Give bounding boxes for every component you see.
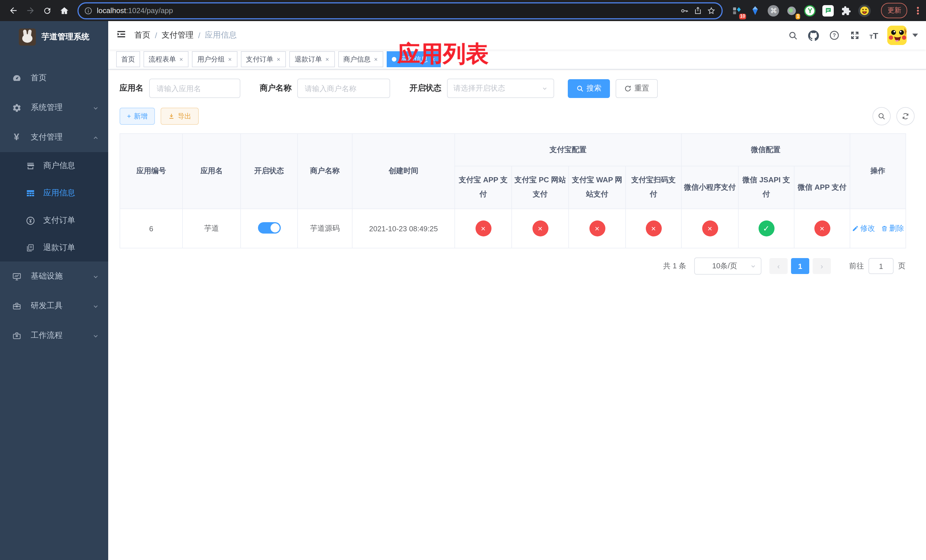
navbar: 首页 / 支付管理 / 应用信息 ? [108,21,926,50]
user-avatar[interactable] [887,26,906,45]
close-icon[interactable]: × [325,56,330,63]
tasks-extension-icon[interactable]: 10 [731,4,743,17]
chevron-down-icon [542,85,548,91]
pagination: 共 1 条 10条/页 ‹ 1 › 前往 页 [120,257,905,275]
browser-reload-button[interactable] [40,3,54,18]
delete-link[interactable]: 删除 [881,223,904,233]
breadcrumb-payment[interactable]: 支付管理 [162,30,194,41]
page-size-select[interactable]: 10条/页 [694,257,761,275]
browser-update-button[interactable]: 更新 [881,3,908,18]
browser-menu-icon[interactable]: ••• [917,6,919,15]
next-page-button[interactable]: › [813,258,831,274]
fullscreen-icon[interactable] [849,30,860,41]
browser-back-button[interactable] [6,3,21,18]
status-toggle[interactable] [258,222,280,233]
sidebar-item-workflow[interactable]: 工作流程 [0,321,108,350]
app-name-input[interactable] [149,79,240,98]
goto-label: 前往 [849,261,864,271]
sidebar-logo-row[interactable]: 芋道管理系统 [0,21,108,53]
goto-page-input[interactable] [869,258,894,274]
y-extension-icon[interactable]: Y [804,4,816,17]
chat-extension-icon[interactable] [822,4,835,17]
browser-toolbar: localhost:1024/pay/app 10 ⌘ [0,0,926,21]
page-content: 应用名 商户名称 开启状态 请选择开启状态 搜索 [108,70,926,560]
github-icon[interactable] [808,30,819,41]
total-count: 共 1 条 [663,261,686,271]
tab-pay-order[interactable]: 支付订单× [241,51,286,67]
reset-button[interactable]: 重置 [616,79,658,98]
header-search-icon[interactable] [787,30,799,41]
refresh-table-button[interactable] [896,107,915,125]
command-extension-icon[interactable]: ⌘ [767,4,780,17]
search-icon [576,85,584,92]
page-number-1[interactable]: 1 [791,258,809,274]
gem-extension-icon[interactable] [749,4,762,17]
col-header-status: 开启状态 [241,133,298,209]
yen-circle-icon [25,215,35,226]
page-unit-label: 页 [898,261,905,271]
browser-forward-button[interactable] [23,3,38,18]
group-header-wechat: 微信配置 [681,133,850,166]
tab-merchant-info[interactable]: 商户信息× [338,51,384,67]
tab-refund-order[interactable]: 退款订单× [290,51,335,67]
edit-pencil-icon [852,225,858,232]
tab-app-info[interactable]: 应用信息× [387,51,440,67]
cell-merchant: 芋道源码 [298,209,352,248]
sidebar-item-pay-order[interactable]: 支付订单 [0,207,108,234]
close-icon[interactable]: × [227,56,232,63]
sidebar-item-system[interactable]: 系统管理 [0,93,108,123]
close-icon[interactable]: × [431,56,436,63]
chevron-down-icon [92,332,99,339]
tab-home[interactable]: 首页 [116,51,140,67]
avatar-caret-down-icon[interactable] [912,33,918,37]
col-header-wechat-mini: 微信小程序支付 [681,166,738,209]
bookmark-star-icon[interactable] [707,6,716,15]
site-info-icon[interactable] [84,6,92,15]
sidebar-item-home[interactable]: 首页 [0,63,108,93]
channel-status-icon: × [646,221,661,236]
sidebar-item-merchant-info[interactable]: 商户信息 [0,152,108,179]
extension-badge: 10 [739,14,746,19]
close-icon[interactable]: × [374,56,378,63]
address-bar[interactable]: localhost:1024/pay/app [77,2,723,19]
edit-link[interactable]: 修改 [852,223,875,233]
show-search-button[interactable] [873,107,891,125]
refresh-icon [902,112,909,120]
sidebar-item-dev-tools[interactable]: 研发工具 [0,291,108,321]
filter-form: 应用名 商户名称 开启状态 请选择开启状态 搜索 [120,79,915,98]
col-header-app-id: 应用编号 [120,133,183,209]
profile-avatar-icon[interactable] [858,4,871,17]
close-icon[interactable]: × [179,56,184,63]
tab-user-group[interactable]: 用户分组× [192,51,238,67]
plus-icon: + [127,112,131,120]
extensions-puzzle-icon[interactable] [840,4,853,17]
app-table: 应用编号 应用名 开启状态 商户名称 创建时间 支付宝配置 微信配置 操作 支付… [120,133,906,248]
col-header-merchant: 商户名称 [298,133,352,209]
table-row: 6 芋道 芋道源码 2021-10-23 08:49:25 × × × × × … [120,209,906,248]
app-logo [19,29,36,45]
cell-app-id: 6 [120,209,183,248]
tab-process-form[interactable]: 流程表单× [144,51,189,67]
close-icon[interactable]: × [276,56,281,63]
export-button[interactable]: 导出 [160,107,199,125]
sidebar-item-refund-order[interactable]: 退款订单 [0,234,108,262]
search-button[interactable]: 搜索 [568,79,610,98]
recorder-extension-icon[interactable]: 1 [785,4,798,17]
share-icon[interactable] [694,6,702,15]
merchant-name-input[interactable] [297,79,390,98]
sidebar-item-app-info[interactable]: 应用信息 [0,179,108,207]
add-button[interactable]: + 新增 [120,107,155,125]
sidebar-item-payment[interactable]: ¥ 支付管理 [0,123,108,152]
table-grid-icon [25,188,35,198]
breadcrumb-home[interactable]: 首页 [135,30,150,41]
help-icon[interactable]: ? [828,30,840,41]
text-size-icon[interactable]: TT [869,30,878,40]
status-select[interactable]: 请选择开启状态 [447,79,554,98]
browser-home-button[interactable] [57,3,72,18]
sidebar-item-infrastructure[interactable]: 基础设施 [0,262,108,291]
col-header-actions: 操作 [850,133,906,209]
sidebar-collapse-icon[interactable] [108,29,135,42]
password-key-icon[interactable] [680,6,689,15]
app-title: 芋道管理系统 [42,32,89,42]
prev-page-button[interactable]: ‹ [769,258,788,274]
